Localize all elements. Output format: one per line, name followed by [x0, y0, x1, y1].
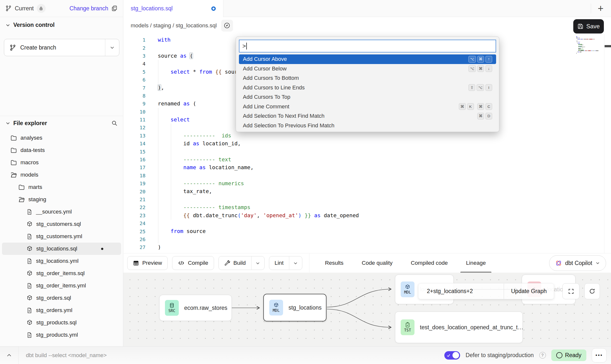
command-input[interactable]: dbt build --select <model_name>	[26, 352, 107, 359]
file-item-stg-orders-sql[interactable]: stg_orders.sql	[2, 292, 121, 304]
file-item--sources-yml[interactable]: __sources.yml	[2, 206, 121, 218]
defer-toggle[interactable]	[444, 351, 460, 360]
chevron-down-icon	[110, 45, 115, 50]
file-item-label: staging	[28, 196, 46, 203]
preview-button[interactable]: Preview	[127, 256, 168, 270]
palette-item-add-cursor-below[interactable]: Add Cursor Below⌥⌘↓	[239, 64, 496, 74]
create-branch-button[interactable]: Create branch	[4, 39, 119, 56]
model-icon	[26, 270, 33, 277]
line-number: 4	[123, 61, 145, 67]
file-item-stg-order-items-yml[interactable]: stg_order_items.yml	[2, 280, 121, 292]
copy-icon[interactable]	[111, 5, 118, 12]
lint-dropdown[interactable]	[289, 256, 302, 270]
code-line[interactable]: 25 from source	[123, 227, 611, 235]
new-tab-button[interactable]: +	[594, 2, 608, 14]
file-item-stg-locations-yml[interactable]: stg_locations.yml	[2, 255, 121, 267]
lineage-node-source[interactable]: SRC ecom.raw_stores	[159, 295, 232, 321]
code-line[interactable]: 26	[123, 235, 611, 243]
fullscreen-button[interactable]	[562, 283, 579, 299]
keycap: C	[485, 103, 492, 110]
version-control-header[interactable]: Version control	[5, 22, 54, 28]
file-item-analyses[interactable]: analyses	[2, 132, 121, 144]
create-branch-dropdown[interactable]	[105, 39, 119, 56]
help-icon[interactable]: ?	[539, 352, 546, 359]
code-line[interactable]: 19 ---------- numerics	[123, 180, 611, 187]
file-item-stg-customers-yml[interactable]: stg_customers.yml	[2, 230, 121, 243]
command-palette-input[interactable]: >	[239, 40, 496, 52]
palette-item-add-line-comment[interactable]: Add Line Comment⌘K⌘C	[239, 102, 496, 112]
tab-lineage[interactable]: Lineage	[457, 253, 495, 273]
file-item-stg-products-sql[interactable]: stg_products.sql	[2, 316, 121, 329]
update-graph-button[interactable]: Update Graph	[504, 283, 554, 299]
tab-stg-locations-sql[interactable]: stg_locations.sql	[123, 0, 223, 17]
code-text: renamed as (	[158, 100, 196, 108]
lineage-canvas[interactable]: SRC ecom.raw_stores MDL stg_locations MD…	[123, 273, 611, 346]
file-item-stg-customers-sql[interactable]: stg_customers.sql	[2, 218, 121, 230]
code-line[interactable]: 16 ---------- text	[123, 156, 611, 164]
tab-compiled-code[interactable]: Compiled code	[402, 253, 457, 273]
palette-item-add-cursors-to-line-ends[interactable]: Add Cursors to Line Ends⇧⌥I	[239, 83, 496, 93]
file-item-stg-order-items-sql[interactable]: stg_order_items.sql	[2, 267, 121, 280]
more-options-button[interactable]: •••	[592, 348, 607, 363]
dbt-copilot-logo-icon	[555, 260, 562, 266]
chevron-down-icon	[595, 261, 600, 265]
compass-icon[interactable]	[221, 20, 233, 32]
code-line[interactable]: 23 {{ dbt.date_trunc('day', 'opened_at')…	[123, 212, 611, 219]
code-line[interactable]: 20 tax_rate,	[123, 187, 611, 195]
lint-button[interactable]: Lint	[269, 256, 302, 270]
file-item-stg-locations-sql[interactable]: stg_locations.sql	[2, 243, 121, 255]
file-item-staging[interactable]: staging	[2, 193, 121, 206]
palette-item-add-selection-to-next-find-match[interactable]: Add Selection To Next Find Match⌘D	[239, 111, 496, 121]
code-line[interactable]: 14 id as location_id,	[123, 140, 611, 148]
compile-button[interactable]: Compile	[172, 256, 214, 270]
code-line[interactable]: 22 ---------- timestamps	[123, 203, 611, 211]
dbt-copilot-button[interactable]: dbt Copilot	[549, 255, 606, 271]
status-circle-icon	[556, 352, 562, 358]
search-icon[interactable]	[111, 120, 118, 126]
change-branch-link[interactable]: Change branch	[70, 5, 108, 12]
build-dropdown[interactable]	[251, 256, 264, 270]
expand-panel-button[interactable]	[0, 352, 18, 358]
palette-item-clipped[interactable]: Add Selection To All Find Matches	[239, 131, 496, 132]
palette-item-add-cursors-to-bottom[interactable]: Add Cursors To Bottom	[239, 73, 496, 83]
lineage-node-stg-locations[interactable]: MDL stg_locations	[263, 294, 326, 321]
palette-item-label: Add Line Comment	[243, 103, 289, 110]
lineage-selector-input[interactable]: 2+stg_locations+2	[418, 283, 504, 299]
copilot-label: dbt Copilot	[565, 260, 592, 266]
tab-code-quality[interactable]: Code quality	[353, 253, 402, 273]
code-line[interactable]: 27)	[123, 243, 611, 251]
build-button[interactable]: Build	[218, 256, 265, 270]
editor-minimap[interactable]	[576, 36, 598, 54]
line-number: 24	[123, 220, 145, 226]
node-label: test_does_location_opened_at_trunc_t…	[420, 324, 523, 331]
doc-icon	[26, 283, 33, 289]
save-button[interactable]: Save	[573, 19, 604, 33]
code-line[interactable]: 21	[123, 196, 611, 203]
scrollbar-thumb[interactable]	[605, 45, 611, 47]
code-line[interactable]: 17 name as location_name,	[123, 164, 611, 171]
file-item-data-tests[interactable]: data-tests	[2, 144, 121, 156]
refresh-button[interactable]	[584, 283, 600, 299]
lineage-node-test[interactable]: TST test_does_location_opened_at_trunc_t…	[395, 312, 523, 343]
palette-item-add-selection-to-previous-find-match[interactable]: Add Selection To Previous Find Match	[239, 121, 496, 131]
file-item-stg-products-yml[interactable]: stg_products.yml	[2, 329, 121, 341]
palette-item-add-cursor-above[interactable]: Add Cursor Above⌥⌘↑	[239, 54, 496, 64]
tab-results[interactable]: Results	[316, 253, 353, 273]
palette-item-add-cursors-to-top[interactable]: Add Cursors To Top	[239, 92, 496, 102]
code-line[interactable]: 13 ---------- ids	[123, 132, 611, 140]
code-line[interactable]: 24	[123, 219, 611, 227]
doc-icon	[26, 233, 33, 240]
code-line[interactable]: 15	[123, 148, 611, 155]
code-line[interactable]: 18	[123, 172, 611, 180]
file-item-stg-orders-yml[interactable]: stg_orders.yml	[2, 304, 121, 316]
line-number: 9	[123, 101, 145, 107]
file-item-models[interactable]: models	[2, 169, 121, 181]
version-control-title: Version control	[13, 22, 54, 28]
command-list: Add Cursor Above⌥⌘↑Add Cursor Below⌥⌘↓Ad…	[239, 54, 496, 132]
sidebar: Current Change branch Version control Cr…	[0, 0, 123, 346]
line-number: 7	[123, 85, 145, 91]
ready-status-badge[interactable]: Ready	[551, 349, 586, 361]
file-item-marts[interactable]: marts	[2, 181, 121, 193]
file-item-macros[interactable]: macros	[2, 156, 121, 169]
file-explorer-header[interactable]: File explorer	[0, 116, 123, 130]
